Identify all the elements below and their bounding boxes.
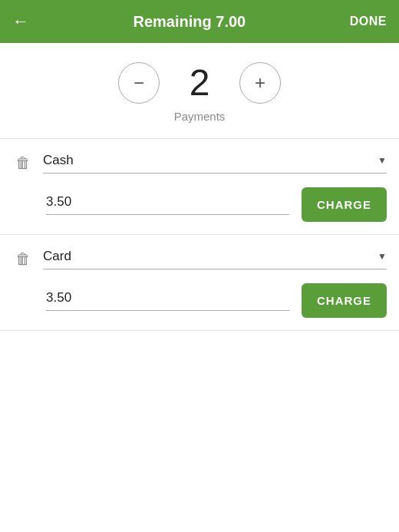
payment-amount-row-1: 3.50 <box>46 194 289 215</box>
payment-top-1: 🗑 Cash ▼ <box>12 151 387 175</box>
trash-icon-1[interactable]: 🗑 <box>12 151 34 175</box>
payment-top-2: 🗑 Card ▼ <box>12 247 387 271</box>
done-button[interactable]: DONE <box>350 15 387 28</box>
counter-label: Payments <box>174 110 226 123</box>
payment-method-dropdown-1[interactable]: Cash ▼ <box>43 153 387 173</box>
dropdown-arrow-icon-1: ▼ <box>378 155 387 166</box>
charge-button-1[interactable]: CHARGE <box>302 187 387 222</box>
counter-row: − 2 + <box>118 61 281 104</box>
counter-value: 2 <box>184 61 215 104</box>
payment-item-1: 🗑 Cash ▼ 3.50 CHARGE <box>0 139 399 235</box>
payment-amount-2: 3.50 <box>46 290 289 311</box>
payment-bottom-1: 3.50 CHARGE <box>46 178 387 234</box>
payment-amount-1: 3.50 <box>46 194 289 215</box>
payment-method-label-1: Cash <box>43 153 74 168</box>
payment-item-2: 🗑 Card ▼ 3.50 CHARGE <box>0 235 399 331</box>
payment-bottom-2: 3.50 CHARGE <box>46 274 387 330</box>
payment-list: 🗑 Cash ▼ 3.50 CHARGE 🗑 Card ▼ <box>0 139 399 331</box>
decrement-button[interactable]: − <box>118 62 160 104</box>
payments-counter-section: − 2 + Payments <box>0 43 399 139</box>
increment-button[interactable]: + <box>239 62 281 104</box>
payment-method-dropdown-2[interactable]: Card ▼ <box>43 249 387 269</box>
charge-button-2[interactable]: CHARGE <box>302 283 387 318</box>
trash-icon-2[interactable]: 🗑 <box>12 247 34 271</box>
header-title: Remaining 7.00 <box>134 13 246 31</box>
dropdown-arrow-icon-2: ▼ <box>378 251 387 262</box>
payment-method-label-2: Card <box>43 249 71 264</box>
app-header: ← Remaining 7.00 DONE <box>0 0 399 43</box>
payment-amount-row-2: 3.50 <box>46 290 289 311</box>
back-button[interactable]: ← <box>12 12 29 31</box>
